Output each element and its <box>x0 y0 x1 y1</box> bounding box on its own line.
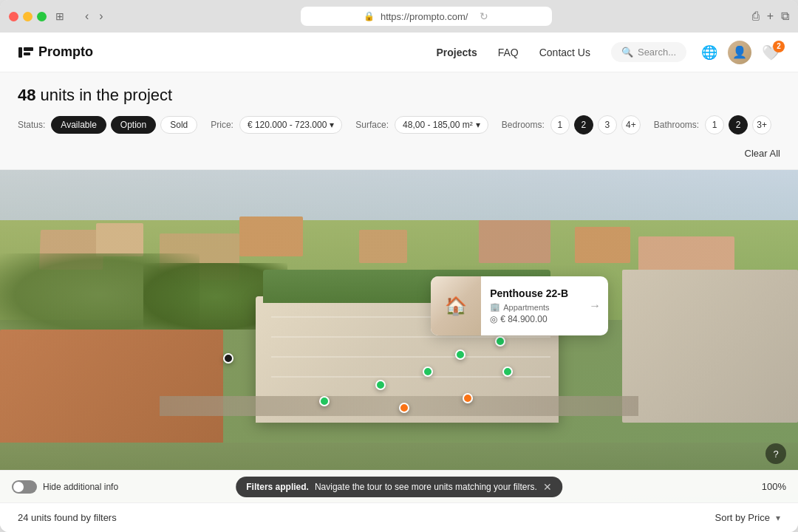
map-pin-4[interactable] <box>455 349 466 360</box>
page-content: Prompto Projects FAQ Contact Us 🔍 Search… <box>0 33 798 532</box>
popup-image: 🏠 <box>431 276 481 335</box>
browser-titlebar: ⊞ ‹ › 🔒 https://prompto.com/ ↻ ⎙ + ⧉ <box>0 0 798 33</box>
filter-notice-text: Navigate the tour to see more units matc… <box>315 482 537 492</box>
sort-chevron-icon: ▾ <box>776 513 780 523</box>
forward-button[interactable]: › <box>96 7 106 26</box>
map-pin-3[interactable] <box>423 366 433 377</box>
address-bar: 🔒 https://prompto.com/ ↻ <box>112 7 740 26</box>
aerial-scene: 🏠 Penthouse 22-B 🏢 Appartments ◎ € 84.90… <box>0 170 798 502</box>
bathrooms-label: Bathrooms: <box>654 120 699 130</box>
map-pin-9[interactable] <box>502 366 513 377</box>
pin-dot-5 <box>495 336 505 347</box>
avatar[interactable]: 👤 <box>728 41 751 64</box>
favorites-count: 2 <box>773 41 785 52</box>
tabs-button[interactable]: ⧉ <box>781 10 789 23</box>
toggle-knob <box>13 482 24 492</box>
status-option[interactable]: Option <box>111 116 156 134</box>
hide-info-toggle[interactable]: Hide additional info <box>12 480 118 494</box>
browser-window: ⊞ ‹ › 🔒 https://prompto.com/ ↻ ⎙ + ⧉ <box>0 0 798 532</box>
status-sold[interactable]: Sold <box>160 116 197 134</box>
svg-rect-0 <box>18 47 22 58</box>
maximize-button[interactable] <box>37 12 47 21</box>
clear-all-button[interactable]: Clear All <box>745 148 780 159</box>
reload-icon[interactable]: ↻ <box>480 10 488 22</box>
map-pin-5[interactable] <box>495 336 505 347</box>
bedroom-1[interactable]: 1 <box>550 115 570 134</box>
favorites-button[interactable]: 🤍 2 <box>762 44 780 61</box>
chevron-down-icon: ▾ <box>330 120 334 130</box>
bedroom-4plus[interactable]: 4+ <box>621 115 641 134</box>
bathroom-3plus[interactable]: 3+ <box>752 115 771 134</box>
back-button[interactable]: ‹ <box>82 7 92 26</box>
building-right <box>622 270 798 423</box>
new-tab-button[interactable]: + <box>767 10 774 23</box>
units-found-bar: 24 units found by filters Sort by Price … <box>0 502 798 532</box>
zoom-level: 100% <box>762 481 786 492</box>
building-line-2 <box>271 336 550 338</box>
filter-notice-bold: Filters applied. <box>246 482 309 492</box>
bedrooms-filter: Bedrooms: 1 2 3 4+ <box>502 115 641 134</box>
house-2 <box>96 223 144 256</box>
logo-icon <box>18 44 34 61</box>
surface-select[interactable]: 48,00 - 185,00 m² ▾ <box>395 116 488 134</box>
property-popup[interactable]: 🏠 Penthouse 22-B 🏢 Appartments ◎ € 84.90… <box>431 276 608 335</box>
bedroom-2[interactable]: 2 <box>574 115 593 134</box>
bedroom-3[interactable]: 3 <box>598 115 617 134</box>
brick-building-left <box>0 330 223 456</box>
price-select[interactable]: € 120.000 - 723.000 ▾ <box>239 116 342 134</box>
surface-value: 48,00 - 185,00 m² <box>403 120 473 130</box>
sidebar-toggle-button[interactable]: ⊞ <box>52 7 67 25</box>
pin-dot-7 <box>399 403 409 413</box>
minimize-button[interactable] <box>23 12 33 21</box>
help-button[interactable]: ? <box>765 443 786 464</box>
pin-dot-3 <box>423 366 433 377</box>
filter-notice: Filters applied. Navigate the tour to se… <box>236 477 562 497</box>
bathroom-2[interactable]: 2 <box>729 115 748 134</box>
price-value: € 120.000 - 723.000 <box>248 120 327 130</box>
sort-label: Sort by Price <box>715 512 770 523</box>
house-5 <box>359 230 407 263</box>
search-icon: 🔍 <box>621 47 633 58</box>
bathroom-1[interactable]: 1 <box>705 115 724 134</box>
surface-filter: Surface: 48,00 - 185,00 m² ▾ <box>355 116 488 134</box>
toggle-label: Hide additional info <box>43 482 118 492</box>
status-available[interactable]: Available <box>51 116 106 134</box>
toggle-switch[interactable] <box>12 480 37 494</box>
price-label: Price: <box>211 120 233 130</box>
map-pin-6[interactable] <box>463 393 473 403</box>
nav-projects[interactable]: Projects <box>436 47 477 58</box>
surface-label: Surface: <box>355 120 389 130</box>
units-count: 48 <box>18 86 35 104</box>
pin-dot-6 <box>463 393 473 403</box>
search-placeholder: Search... <box>638 47 676 58</box>
bottom-bar: Hide additional info Filters applied. Na… <box>0 470 798 502</box>
pin-dot-9 <box>502 366 513 377</box>
pin-dot-4 <box>455 349 466 360</box>
close-button[interactable] <box>9 12 18 21</box>
bathrooms-filter: Bathrooms: 1 2 3+ <box>654 115 771 134</box>
map-pin-1[interactable] <box>223 353 233 364</box>
building-line-3 <box>271 356 550 358</box>
filter-notice-close[interactable]: ✕ <box>543 481 552 493</box>
browser-controls: ‹ › <box>82 7 106 26</box>
share-button[interactable]: ⎙ <box>752 10 760 23</box>
traffic-lights <box>9 12 47 21</box>
house-6 <box>479 220 550 264</box>
popup-title: Penthouse 22-B <box>490 287 573 299</box>
map-pin-7[interactable] <box>399 403 409 413</box>
map-pin-8[interactable] <box>319 396 330 406</box>
nav-faq[interactable]: FAQ <box>498 47 519 58</box>
language-button[interactable]: 🌐 <box>701 44 717 61</box>
sort-by-button[interactable]: Sort by Price ▾ <box>715 512 780 523</box>
nav-contact[interactable]: Contact Us <box>539 47 590 58</box>
logo[interactable]: Prompto <box>18 44 93 61</box>
house-7 <box>575 227 631 264</box>
units-found-text: 24 units found by filters <box>18 512 117 523</box>
search-box[interactable]: 🔍 Search... <box>611 42 686 62</box>
filters-row: Status: Available Option Sold Price: € 1… <box>18 115 780 159</box>
bedrooms-label: Bedrooms: <box>502 120 545 130</box>
map-container[interactable]: 🏠 Penthouse 22-B 🏢 Appartments ◎ € 84.90… <box>0 170 798 502</box>
map-pin-2[interactable] <box>375 380 386 390</box>
url-input[interactable]: 🔒 https://prompto.com/ ↻ <box>301 7 552 26</box>
units-label: units in the project <box>41 86 173 104</box>
